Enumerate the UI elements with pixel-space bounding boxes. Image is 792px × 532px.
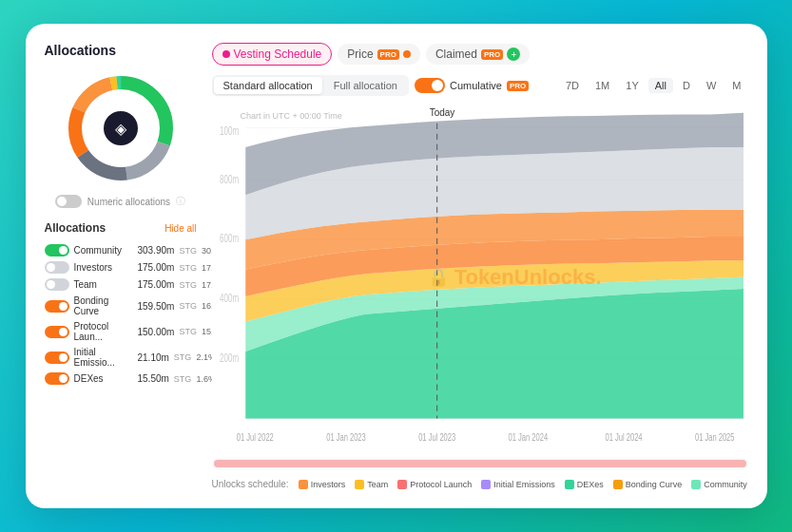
- alloc-toggle-4[interactable]: [45, 326, 69, 338]
- legend-bonding-curve: Bonding Curve: [613, 480, 683, 489]
- svg-text:01 Jan 2024: 01 Jan 2024: [508, 430, 548, 443]
- cumulative-label: Cumulative: [450, 80, 502, 91]
- alloc-item-name: Bonding Curve: [74, 295, 133, 316]
- legend-row: Unlocks schedule: Investors Team Protoco…: [212, 479, 748, 489]
- legend-community: Community: [691, 480, 747, 489]
- alloc-toggle-5[interactable]: [45, 352, 69, 364]
- time-7d[interactable]: 7D: [559, 78, 586, 93]
- chart-area: Chart in UTC + 00:00 Time 100m 800m 600m…: [212, 105, 748, 448]
- alloc-toggle-3[interactable]: [45, 300, 69, 313]
- alloc-toggle-6[interactable]: [45, 372, 69, 385]
- full-allocation-tab[interactable]: Full allocation: [324, 77, 407, 94]
- alloc-label: Allocations: [45, 221, 106, 235]
- alloc-item-stg: STG: [179, 301, 197, 311]
- alloc-item-stg: STG: [179, 263, 197, 273]
- community-legend-icon: [691, 480, 701, 489]
- time-filters: 7D 1M 1Y All D W M: [559, 78, 748, 93]
- utc-label: Chart in UTC + 00:00 Time: [241, 111, 342, 121]
- legend-team: Team: [355, 480, 388, 489]
- time-m[interactable]: M: [725, 78, 747, 93]
- alloc-item-stg: STG: [174, 374, 192, 384]
- time-1m[interactable]: 1M: [589, 78, 616, 93]
- time-all[interactable]: All: [648, 78, 673, 93]
- alloc-toggle-2[interactable]: [45, 278, 69, 291]
- alloc-item-name: Initial Emissio...: [74, 347, 133, 368]
- scroll-bar[interactable]: [212, 458, 748, 469]
- alloc-item-name: DEXes: [74, 373, 133, 384]
- alloc-item-stg: STG: [174, 352, 192, 362]
- time-1y[interactable]: 1Y: [619, 78, 645, 93]
- alloc-item-amount: 21.10m: [138, 352, 169, 363]
- main-card: Allocations ◈: [26, 24, 767, 508]
- alloc-item-name: Community: [74, 245, 133, 256]
- alloc-item-stg: STG: [179, 327, 197, 336]
- allocations-title: Allocations: [45, 43, 197, 58]
- alloc-item: Initial Emissio...21.10m STG2.1%: [45, 347, 197, 368]
- svg-text:01 Jul 2022: 01 Jul 2022: [236, 430, 273, 443]
- standard-allocation-tab[interactable]: Standard allocation: [214, 77, 322, 94]
- claimed-plus-icon: +: [507, 48, 520, 61]
- price-pro-badge: PRO: [377, 49, 399, 60]
- scroll-thumb[interactable]: [214, 460, 746, 467]
- allocations-header: Allocations Hide all: [45, 221, 197, 235]
- investors-legend-label: Investors: [311, 480, 346, 489]
- protocol-legend-label: Protocol Launch: [410, 480, 472, 489]
- alloc-toggle-1[interactable]: [45, 261, 69, 274]
- alloc-item-amount: 303.90m: [138, 245, 175, 256]
- claimed-pro-badge: PRO: [481, 49, 503, 60]
- community-legend-label: Community: [704, 480, 747, 489]
- alloc-item-name: Team: [74, 279, 133, 290]
- alloc-item-amount: 175.00m: [138, 279, 175, 290]
- alloc-item: Investors175.00m STG17.5%: [45, 261, 197, 274]
- watermark-text: TokenUnlocks.: [454, 265, 602, 290]
- top-tabs: Vesting Schedule Price PRO Claimed PRO +: [212, 43, 748, 66]
- alloc-item: DEXes15.50m STG1.6%: [45, 372, 197, 385]
- alloc-item-name: Protocol Laun...: [74, 321, 133, 342]
- tab-vesting-schedule[interactable]: Vesting Schedule: [212, 43, 333, 66]
- alloc-item-amount: 159.50m: [138, 301, 175, 312]
- time-w[interactable]: W: [700, 78, 723, 93]
- legend-protocol-launch: Protocol Launch: [397, 480, 472, 489]
- watermark-icon: 🔒: [428, 267, 449, 288]
- svg-text:01 Jul 2023: 01 Jul 2023: [418, 430, 455, 443]
- investors-legend-icon: [299, 480, 308, 489]
- cumulative-toggle: Cumulative PRO: [415, 78, 529, 93]
- cumulative-switch[interactable]: [415, 78, 445, 93]
- team-legend-label: Team: [367, 480, 388, 489]
- legend-dexes: DEXes: [565, 480, 604, 489]
- numeric-label: Numeric allocations: [87, 197, 170, 207]
- alloc-item-amount: 15.50m: [138, 373, 169, 384]
- alloc-item-stg: STG: [179, 246, 197, 256]
- right-panel: Vesting Schedule Price PRO Claimed PRO +…: [212, 43, 748, 489]
- bonding-legend-label: Bonding Curve: [626, 480, 683, 489]
- alloc-toggle-0[interactable]: [45, 244, 69, 256]
- info-icon: ⓘ: [176, 195, 185, 208]
- tab-claimed-label: Claimed: [435, 48, 477, 61]
- svg-text:100m: 100m: [220, 124, 239, 137]
- hide-all-button[interactable]: Hide all: [164, 223, 196, 234]
- tab-price[interactable]: Price PRO: [338, 44, 420, 65]
- initial-legend-icon: [481, 480, 491, 489]
- left-panel: Allocations ◈: [45, 43, 197, 489]
- watermark: 🔒 TokenUnlocks.: [428, 265, 602, 290]
- svg-text:800m: 800m: [220, 172, 239, 185]
- svg-text:01 Jan 2023: 01 Jan 2023: [326, 430, 366, 443]
- legend-investors: Investors: [299, 480, 346, 489]
- alloc-item: Protocol Laun...150.00m STG15.0%: [45, 321, 197, 342]
- cumulative-pro-badge: PRO: [507, 81, 529, 91]
- tab-vesting-label: Vesting Schedule: [234, 48, 322, 61]
- today-label: Today: [430, 107, 455, 118]
- alloc-item-amount: 175.00m: [138, 262, 175, 273]
- donut-icon: ◈: [104, 111, 138, 145]
- team-legend-icon: [355, 480, 364, 489]
- dexes-legend-label: DEXes: [577, 480, 604, 489]
- donut-chart: ◈: [64, 71, 178, 185]
- dexes-legend-icon: [565, 480, 574, 489]
- numeric-toggle[interactable]: [55, 195, 82, 208]
- time-d[interactable]: D: [676, 78, 697, 93]
- svg-text:600m: 600m: [220, 231, 239, 244]
- tab-claimed[interactable]: Claimed PRO +: [426, 44, 530, 65]
- numeric-toggle-row: Numeric allocations ⓘ: [45, 195, 197, 208]
- protocol-legend-icon: [397, 480, 407, 489]
- initial-legend-label: Initial Emissions: [493, 480, 555, 489]
